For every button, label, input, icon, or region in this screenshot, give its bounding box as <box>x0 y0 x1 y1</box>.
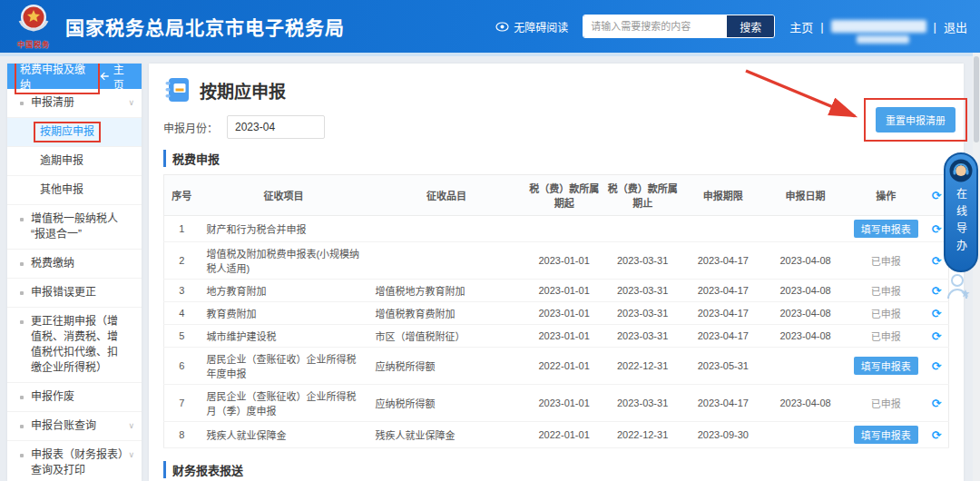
brand: 中国税务 国家税务总局北京市电子税务局 <box>13 3 345 50</box>
month-input[interactable] <box>227 115 325 139</box>
levy-subitem: 应纳税所得额 <box>368 348 524 385</box>
period-end: 2023-03-31 <box>603 280 682 302</box>
sidebar-item[interactable]: 申报清册 ∨ <box>7 89 142 118</box>
col-header: 申报期限 <box>681 175 764 216</box>
col-header: 税（费）款所属期起 <box>524 175 603 216</box>
col-header: 税（费）款所属期止 <box>603 175 682 216</box>
levy-subitem: 残疾人就业保障金 <box>368 422 524 448</box>
bullet-icon <box>20 291 24 295</box>
action-button[interactable]: 填写申报表 <box>854 220 918 238</box>
bullet-icon <box>20 262 24 266</box>
search-button[interactable]: 搜索 <box>727 15 774 37</box>
refresh-icon[interactable]: ⟳ <box>932 329 942 343</box>
declaration-book-icon <box>163 76 191 103</box>
sidebar-item[interactable]: 逾期申报 <box>7 147 142 176</box>
tax-bureau-logo: 中国税务 <box>13 3 54 50</box>
refresh-icon[interactable]: ⟳ <box>932 189 942 202</box>
deadline: 2023-05-31 <box>681 348 764 385</box>
sidebar-item[interactable]: 更正往期申报（增值税、消费税、增值税代扣代缴、扣缴企业所得税） <box>7 308 142 383</box>
row-index: 6 <box>164 348 200 385</box>
sidebar-item[interactable]: 税费缴纳 <box>7 250 142 279</box>
accessibility-label: 无障碍阅读 <box>514 19 568 34</box>
period-start: 2023-01-01 <box>524 242 603 280</box>
levy-subitem <box>368 242 524 280</box>
sidebar: 税费申报及缴纳 主页 申报清册 ∨ 按期应申报 逾期申报 <box>7 64 142 481</box>
logout-link[interactable]: 退出 <box>944 18 967 35</box>
table-row: 8 残疾人就业保障金 残疾人就业保障金 2022-01-01 2022-12-3… <box>164 422 949 448</box>
emblem-icon <box>15 3 52 37</box>
levy-item: 城市维护建设税 <box>199 325 368 348</box>
table-row: 1 财产和行为税合并申报 填写申报表 ⟳ <box>164 216 949 242</box>
deadline: 2023-04-17 <box>681 302 764 325</box>
home-link[interactable]: 主页 <box>789 18 813 35</box>
search-box: 搜索 <box>583 15 775 38</box>
deadline <box>681 216 764 242</box>
col-header: 序号 <box>164 175 200 216</box>
sidebar-item[interactable]: 增值税一般纳税人“报退合一” <box>7 205 142 250</box>
refresh-icon[interactable]: ⟳ <box>932 284 942 298</box>
deadline: 2023-04-17 <box>681 385 764 422</box>
refresh-icon[interactable]: ⟳ <box>932 307 942 320</box>
declare-date: 2023-04-08 <box>764 280 847 302</box>
separator: | <box>934 20 936 34</box>
table-row: 2 增值税及附加税费申报表(小规模纳税人适用) 2023-01-01 2023-… <box>164 242 949 280</box>
declare-date <box>764 422 847 448</box>
table-row: 4 教育费附加 增值税教育费附加 2023-01-01 2023-03-31 2… <box>164 302 949 325</box>
support-avatar-icon <box>949 159 973 182</box>
declare-date: 2023-04-08 <box>764 302 847 325</box>
levy-subitem <box>368 216 524 242</box>
period-start: 2023-01-01 <box>524 325 603 348</box>
table-header-row: 序号 征收项目 征收品目 税（费）款所属期起 税（费）款所属期止 申报期限 申报… <box>164 175 949 216</box>
censored-username <box>831 20 926 33</box>
scrollbar[interactable] <box>973 53 980 481</box>
bullet-icon <box>20 454 24 457</box>
col-header: 征收项目 <box>199 175 368 216</box>
action-button[interactable]: 填写申报表 <box>854 426 918 444</box>
screen: 中国税务 国家税务总局北京市电子税务局 无障碍阅读 搜索 主页 | | <box>0 0 980 481</box>
action-button: 已申报 <box>871 396 901 410</box>
month-filter-row: 申报月份： <box>163 115 949 139</box>
declare-date: 2023-04-08 <box>764 242 847 280</box>
back-arrow-icon <box>100 72 110 81</box>
period-end: 2023-03-31 <box>603 242 682 280</box>
sidebar-item[interactable]: 申报作废 <box>7 383 142 412</box>
action-button[interactable]: 填写申报表 <box>854 357 918 375</box>
bullet-icon <box>20 218 24 221</box>
search-input[interactable] <box>583 15 727 37</box>
sidebar-item[interactable]: 申报台账查询 ∨ <box>7 412 142 441</box>
refresh-icon[interactable]: ⟳ <box>932 254 942 268</box>
sidebar-home-button[interactable]: 主页 <box>100 64 134 92</box>
refresh-icon[interactable]: ⟳ <box>932 359 942 373</box>
col-header: 征收品目 <box>368 175 524 216</box>
row-index: 7 <box>164 385 200 422</box>
sidebar-item[interactable]: 其他申报 <box>7 176 142 205</box>
refresh-icon[interactable]: ⟳ <box>932 222 942 236</box>
app-header: 中国税务 国家税务总局北京市电子税务局 无障碍阅读 搜索 主页 | | <box>0 0 980 53</box>
levy-item: 教育费附加 <box>199 302 368 325</box>
month-label: 申报月份： <box>163 120 218 135</box>
chevron-down-icon: ∨ <box>128 418 134 434</box>
refresh-icon[interactable]: ⟳ <box>932 397 942 410</box>
bullet-icon <box>20 425 24 428</box>
levy-item: 增值税及附加税费申报表(小规模纳税人适用) <box>199 242 368 280</box>
declare-date <box>764 216 847 242</box>
row-index: 8 <box>164 422 200 448</box>
sidebar-item[interactable]: 申报错误更正 <box>7 279 142 308</box>
online-guide-tab[interactable]: 在线导办 <box>944 152 978 272</box>
header-tools: 无障碍阅读 搜索 主页 | | 退出 <box>495 15 967 38</box>
levy-item: 地方教育附加 <box>199 280 368 302</box>
accessibility-toggle[interactable]: 无障碍阅读 <box>495 19 568 34</box>
refresh-icon[interactable]: ⟳ <box>932 428 942 442</box>
scrollbar-thumb[interactable] <box>974 56 979 142</box>
person-star-icon[interactable] <box>946 272 973 305</box>
sidebar-item[interactable]: 申报表（财务报表）查询及打印 ∨ <box>7 441 142 481</box>
table-row: 6 居民企业（查账征收）企业所得税年度申报 应纳税所得额 2022-01-01 … <box>164 348 949 385</box>
row-index: 5 <box>164 325 200 348</box>
col-header: 操作 <box>847 175 926 216</box>
deadline: 2023-09-30 <box>681 422 764 448</box>
sidebar-item[interactable]: 按期应申报 <box>7 118 142 147</box>
app-title: 国家税务总局北京市电子税务局 <box>65 13 345 40</box>
action-button: 已申报 <box>871 253 901 268</box>
levy-subitem: 应纳税所得额 <box>368 385 524 422</box>
reset-register-button[interactable]: 重置申报清册 <box>876 107 956 133</box>
